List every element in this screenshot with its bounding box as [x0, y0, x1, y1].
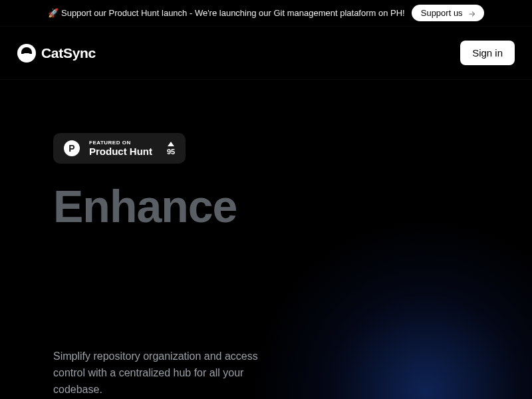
vote-count: 95 — [167, 148, 175, 156]
arrow-right-icon — [468, 10, 475, 17]
announcement-bar: 🚀 Support our Product Hunt launch - We'r… — [0, 0, 532, 27]
hero-subtitle: Simplify repository organization and acc… — [53, 348, 266, 398]
upvote-icon — [168, 142, 174, 146]
logo-icon — [17, 44, 36, 63]
product-hunt-icon: P — [64, 140, 80, 156]
background-glow — [253, 218, 532, 399]
product-hunt-name: Product Hunt — [89, 146, 152, 157]
sign-in-label: Sign in — [472, 47, 503, 59]
hero-title: Enhance — [53, 184, 479, 229]
support-us-button[interactable]: Support us — [412, 5, 484, 21]
product-hunt-text: FEATURED ON Product Hunt — [89, 140, 152, 157]
vote-block: 95 — [167, 142, 175, 156]
product-hunt-badge[interactable]: P FEATURED ON Product Hunt 95 — [53, 133, 186, 164]
sign-in-button[interactable]: Sign in — [460, 41, 515, 65]
announcement-text: 🚀 Support our Product Hunt launch - We'r… — [48, 8, 404, 18]
brand-name: CatSync — [41, 45, 96, 61]
hero-section: P FEATURED ON Product Hunt 95 Enhance Si… — [0, 80, 532, 398]
header: CatSync Sign in — [0, 27, 532, 80]
featured-on-label: FEATURED ON — [89, 140, 152, 146]
support-us-label: Support us — [421, 8, 463, 18]
brand-logo[interactable]: CatSync — [17, 44, 96, 63]
